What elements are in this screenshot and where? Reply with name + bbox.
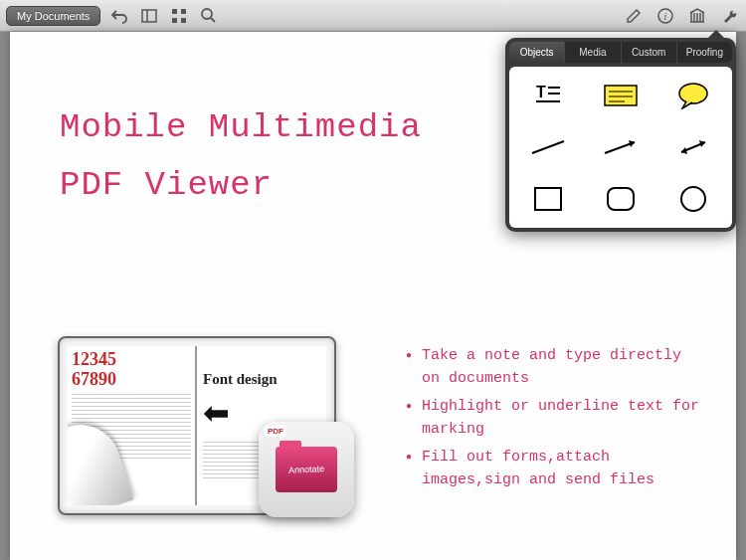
arrow-single-tool-icon[interactable]: [586, 122, 656, 172]
page-title: Mobile Multimedia PDF Viewer: [60, 99, 422, 215]
library-icon[interactable]: [686, 5, 708, 27]
note-tool-icon[interactable]: [586, 71, 656, 120]
grid-view-icon[interactable]: [168, 5, 190, 27]
svg-rect-3: [181, 9, 186, 14]
undo-icon[interactable]: [108, 5, 130, 27]
edit-pencil-icon[interactable]: [623, 5, 645, 27]
title-line-1: Mobile Multimedia: [60, 99, 422, 157]
tab-proofing[interactable]: Proofing: [677, 42, 732, 63]
tools-popover: Objects Media Custom Proofing T: [505, 38, 736, 232]
svg-text:i: i: [664, 11, 667, 22]
arrow-double-tool-icon[interactable]: [657, 122, 728, 172]
svg-rect-0: [142, 10, 156, 22]
svg-line-19: [532, 141, 564, 153]
popover-tab-bar: Objects Media Custom Proofing: [509, 42, 732, 63]
svg-rect-14: [605, 86, 637, 105]
info-icon[interactable]: i: [654, 5, 676, 27]
text-tool-icon[interactable]: T: [513, 71, 584, 120]
tab-objects[interactable]: Objects: [509, 42, 565, 63]
svg-rect-22: [535, 188, 561, 210]
bullet-item: Fill out forms,attach images,sign and se…: [406, 447, 704, 491]
line-tool-icon[interactable]: [513, 122, 584, 172]
decorative-numbers-2: 67890: [72, 370, 191, 390]
svg-rect-2: [172, 9, 177, 14]
bullet-item: Highlight or underline text for marking: [406, 396, 704, 441]
layout-split-icon[interactable]: [138, 5, 160, 27]
feature-bullet-list: Take a note and type directly on documen…: [406, 345, 704, 497]
tool-grid: T: [509, 67, 732, 228]
tools-wrench-icon[interactable]: [718, 5, 740, 27]
svg-rect-23: [608, 188, 634, 210]
folder-icon: Annotate: [276, 447, 337, 492]
svg-point-6: [202, 9, 212, 19]
rectangle-tool-icon[interactable]: [513, 174, 584, 224]
circle-tool-icon[interactable]: [657, 174, 728, 224]
svg-rect-4: [172, 18, 177, 23]
font-design-label: Font design: [203, 371, 320, 388]
tab-media[interactable]: Media: [565, 42, 621, 63]
svg-rect-5: [181, 18, 186, 23]
search-icon[interactable]: [198, 5, 220, 27]
svg-text:T: T: [536, 84, 546, 100]
my-documents-button[interactable]: My Documents: [6, 6, 100, 26]
tab-custom[interactable]: Custom: [622, 42, 677, 63]
comment-bubble-tool-icon[interactable]: [657, 71, 728, 120]
rounded-rectangle-tool-icon[interactable]: [586, 174, 656, 224]
pdf-badge-label: PDF: [265, 426, 286, 437]
app-icon-badge: PDF Annotate: [259, 422, 354, 517]
svg-point-24: [681, 187, 705, 211]
folder-label: Annotate: [288, 464, 325, 475]
decorative-numbers-1: 12345: [72, 350, 191, 370]
title-line-2: PDF Viewer: [60, 157, 422, 215]
svg-point-18: [679, 84, 707, 103]
top-toolbar: My Documents i: [0, 0, 746, 32]
svg-line-7: [211, 18, 215, 22]
bullet-item: Take a note and type directly on documen…: [406, 345, 704, 390]
